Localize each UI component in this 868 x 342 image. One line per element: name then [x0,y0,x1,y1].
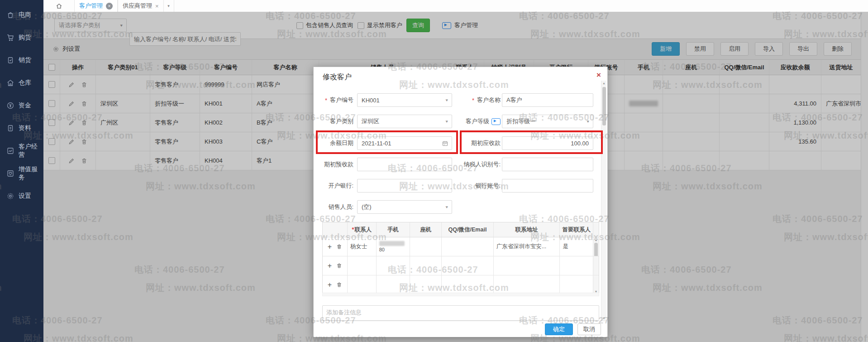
contact-primary[interactable] [560,275,593,294]
modal-close-icon[interactable]: × [596,71,601,80]
bank-input[interactable] [357,179,452,193]
customer-code-select[interactable]: KH001 ▾ [357,93,452,107]
sidebar-item-data[interactable]: 资料 [0,117,43,140]
contact-landline[interactable] [410,237,442,256]
opening-advance-input[interactable] [357,158,452,171]
calendar-icon[interactable] [442,140,448,147]
chevron-down-icon: ▾ [446,98,448,102]
warehouse-icon [6,79,14,87]
field-label-opening-advance: 期初预收款 [317,158,353,171]
sidebar-item-warehouse[interactable]: 仓库 [0,72,43,94]
edit-customer-modal: 修改客户 × *客户编号 KH001 ▾ *客户名称 A客户 客户类别 深圳区 … [313,67,608,337]
sidebar-item-purchase[interactable]: 购货 [0,26,43,49]
sidebar-item-customer-ops[interactable]: 客户经营 [0,140,43,162]
chevron-down-icon: ▾ [446,119,448,124]
tab-supplier-management[interactable]: 供应商管理 × [118,0,164,12]
delete-contact-icon[interactable] [336,282,342,288]
contact-qq[interactable] [442,256,494,275]
add-contact-icon[interactable]: + [328,263,332,269]
opening-receivable-input[interactable]: 100.00 [502,136,593,150]
tab-close-icon[interactable]: × [155,3,159,10]
balance-date-input[interactable]: 2021-11-01 [357,136,452,150]
contact-mobile[interactable]: 80 [377,237,410,256]
document-icon [6,124,14,132]
field-label-code: *客户编号 [317,93,353,107]
contact-table-hscrollbar[interactable] [322,293,599,296]
add-contact-icon[interactable]: + [328,282,332,288]
scrollbar-thumb[interactable] [602,87,606,125]
field-label-tax-id: 纳税人识别号: [458,158,501,171]
contact-mobile[interactable] [377,275,410,294]
bank-account-input[interactable] [502,179,593,193]
tab-list-dropdown[interactable]: ▾ [164,0,174,12]
delete-contact-icon[interactable] [336,263,342,269]
contact-col-header: QQ/微信/Email [442,222,494,237]
scrollbar-thumb[interactable] [594,243,598,256]
tab-close-icon[interactable]: × [106,3,113,10]
app-root: 电商 购货 销货 仓库 资金 资料 客户经营 增值服务 [0,0,868,342]
contact-landline[interactable] [410,256,442,275]
scroll-up-icon[interactable]: ▲ [601,82,606,85]
contact-qq[interactable] [442,275,494,294]
contact-mobile[interactable] [377,256,410,275]
video-icon[interactable] [491,118,501,125]
shopping-bag-icon [6,11,14,19]
sidebar-item-label: 购货 [19,34,31,42]
sidebar-item-label: 仓库 [19,79,31,87]
sidebar-item-sales[interactable]: 销货 [0,49,43,72]
sidebar-item-funds[interactable]: 资金 [0,94,43,117]
chevron-down-icon: ▾ [587,119,589,124]
scroll-up-icon[interactable]: ▲ [593,238,599,241]
sidebar-item-settings[interactable]: 设置 [0,185,43,207]
contact-name[interactable]: 杨女士 [348,237,377,256]
salesperson-select[interactable]: (空) ▾ [357,200,452,214]
contact-col-header: 座机 [410,222,442,237]
sidebar: 电商 购货 销货 仓库 资金 资料 客户经营 增值服务 [0,0,43,342]
contact-primary[interactable] [560,256,593,275]
contact-table-scrollbar[interactable]: ▼ [593,275,599,294]
clipboard-check-icon [6,56,14,64]
field-label-bank: 开户银行: [317,179,353,193]
contact-table-scrollbar[interactable]: ▲ [593,237,599,256]
contact-col-header: 联系地址 [494,222,560,237]
scroll-down-icon[interactable]: ▼ [601,317,606,320]
tab-label: 供应商管理 [123,2,152,10]
tab-customer-management[interactable]: 客户管理 × [74,0,118,12]
contact-row: + 杨女士 80 广东省深圳市宝安... 是 ▲ [323,237,599,256]
modal-scrollbar[interactable]: ▲ ▼ [601,81,606,321]
home-icon [56,3,62,10]
modal-title: 修改客户 [323,72,352,82]
contact-col-header: *联系人 [348,222,377,237]
sidebar-item-label: 资料 [19,124,31,132]
sidebar-item-ecommerce[interactable]: 电商 [0,4,43,26]
sidebar-item-label: 增值服务 [19,165,43,182]
contact-address[interactable]: 广东省深圳市宝安... [494,237,560,256]
contact-primary[interactable]: 是 [560,237,593,256]
tab-bar: 客户管理 × 供应商管理 × ▾ [43,0,868,12]
contact-address[interactable] [494,275,560,294]
tab-label: 客户管理 [79,2,103,10]
tax-id-input[interactable] [502,158,593,171]
contact-row: + [323,256,599,275]
field-label-balance-date: 余额日期 [317,136,353,150]
cancel-button[interactable]: 取消 [577,323,601,335]
sidebar-item-label: 资金 [19,101,31,110]
home-button[interactable] [43,0,74,12]
modal-footer: 确定 取消 [314,321,607,337]
sidebar-item-value-added[interactable]: 增值服务 [0,162,43,185]
sidebar-item-label: 电商 [19,11,31,19]
contact-name[interactable] [348,256,377,275]
customer-grade-select[interactable]: 折扣等级一 ▾ [502,115,593,128]
contact-qq[interactable] [442,237,494,256]
contact-landline[interactable] [410,275,442,294]
contact-name[interactable] [348,275,377,294]
add-contact-icon[interactable]: + [328,244,332,250]
cart-icon [6,34,14,42]
customer-name-input[interactable]: A客户 [502,93,593,107]
remark-textarea[interactable] [322,305,599,321]
field-label-bank-account: 银行账号: [458,179,501,193]
contact-address[interactable] [494,256,560,275]
customer-category-select[interactable]: 深圳区 ▾ [357,115,452,128]
confirm-button[interactable]: 确定 [545,323,573,335]
delete-contact-icon[interactable] [336,244,342,250]
